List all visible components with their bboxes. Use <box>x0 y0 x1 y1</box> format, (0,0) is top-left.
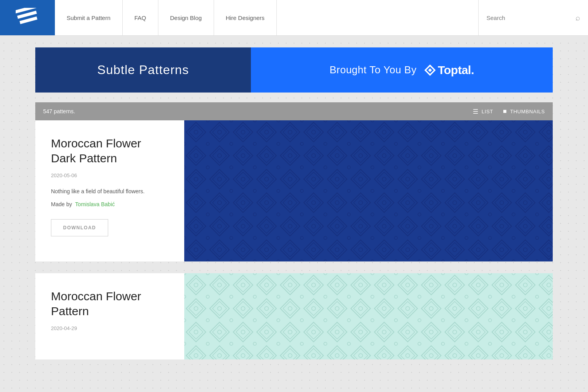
logo-icon <box>16 8 39 27</box>
pattern-preview-light <box>184 273 553 359</box>
pattern-preview-dark <box>184 120 553 261</box>
hero-banner: Subtle Patterns Brought To You By Toptal… <box>35 47 553 93</box>
moroccan-light-pattern-svg <box>184 273 553 359</box>
patterns-list: Moroccan Flower Dark Pattern 2020-05-06 … <box>35 120 553 359</box>
svg-rect-14 <box>184 120 553 261</box>
search-input[interactable] <box>486 15 572 21</box>
moroccan-dark-pattern-svg <box>184 120 553 261</box>
pattern-entry: Moroccan Flower Pattern 2020-04-29 <box>35 273 553 359</box>
pattern-title: Moroccan Flower Dark Pattern <box>51 136 169 165</box>
list-view-toggle[interactable]: ☰ LIST <box>473 108 493 115</box>
download-button[interactable]: DOWNLOAD <box>51 219 108 236</box>
pattern-image-light <box>184 273 553 359</box>
grid-icon: ■ <box>503 108 507 115</box>
pattern-date: 2020-05-06 <box>51 172 169 178</box>
nav-faq[interactable]: FAQ <box>123 0 158 35</box>
thumbnails-label: THUMBNAILS <box>510 109 545 114</box>
hero-title: Subtle Patterns <box>97 63 189 77</box>
made-by-label: Made by <box>51 201 72 207</box>
author-link[interactable]: Tomislava Babić <box>75 201 115 207</box>
pattern-title: Moroccan Flower Pattern <box>51 289 169 318</box>
pattern-description: Nothing like a field of beautiful flower… <box>51 187 169 196</box>
nav-items: Submit a Pattern FAQ Design Blog Hire De… <box>55 0 588 35</box>
pattern-count: 547 patterns. <box>43 108 75 114</box>
nav-hire-designers[interactable]: Hire Designers <box>214 0 277 35</box>
view-toggles: ☰ LIST ■ THUMBNAILS <box>473 108 545 115</box>
nav-submit-pattern[interactable]: Submit a Pattern <box>55 0 123 35</box>
toptal-diamond-icon <box>424 64 436 76</box>
site-logo[interactable] <box>0 0 55 35</box>
hero-right: Brought To You By Toptal. <box>251 47 553 93</box>
pattern-info: Moroccan Flower Pattern 2020-04-29 <box>35 273 184 359</box>
count-bar: 547 patterns. ☰ LIST ■ THUMBNAILS <box>35 102 553 120</box>
search-bar: ⌕ <box>478 0 588 35</box>
toptal-logo[interactable]: Toptal. <box>424 64 474 77</box>
pattern-info: Moroccan Flower Dark Pattern 2020-05-06 … <box>35 120 184 261</box>
pattern-image-dark <box>184 120 553 261</box>
nav-design-blog[interactable]: Design Blog <box>158 0 214 35</box>
pattern-date: 2020-04-29 <box>51 325 169 331</box>
thumbnails-view-toggle[interactable]: ■ THUMBNAILS <box>503 108 545 115</box>
hero-left: Subtle Patterns <box>35 47 251 93</box>
search-icon[interactable]: ⌕ <box>575 13 580 22</box>
list-label: LIST <box>482 109 493 114</box>
pattern-entry: Moroccan Flower Dark Pattern 2020-05-06 … <box>35 120 553 261</box>
toptal-text: Toptal. <box>438 64 474 77</box>
pattern-author: Made by Tomislava Babić <box>51 201 169 207</box>
navigation: Submit a Pattern FAQ Design Blog Hire De… <box>0 0 588 36</box>
hero-brought-by: Brought To You By <box>330 64 417 76</box>
list-icon: ☰ <box>473 108 479 115</box>
svg-rect-23 <box>184 273 553 359</box>
